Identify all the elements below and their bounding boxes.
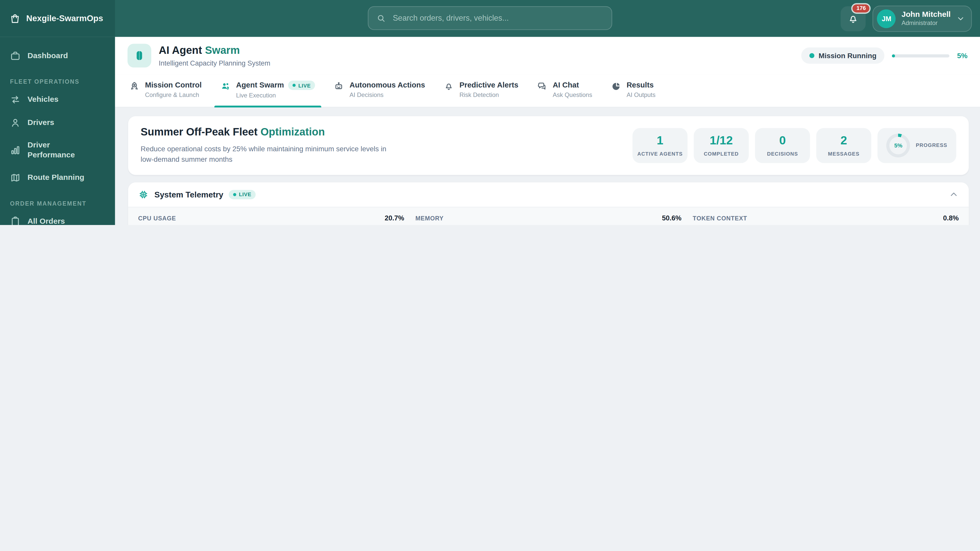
rocket-icon [129,81,139,91]
swap-arrows-icon [10,94,21,105]
topbar: Nexgile-SwarmOps 176 JM John Mitchell Ad… [0,0,980,37]
topbar-actions: 176 JM John Mitchell Administrator [841,5,980,32]
mission-description: Reduce operational costs by 25% while ma… [141,144,400,165]
user-info: John Mitchell Administrator [901,10,950,27]
tab-subtitle: AI Decisions [349,92,425,98]
stat-label: ACTIVE AGENTS [637,151,682,157]
meter-label: TOKEN CONTEXT [693,214,747,221]
mission-status-area: Mission Running 5% [801,48,967,64]
tab-title: Autonomous Actions [349,81,425,89]
meter-value: 0.8% [943,214,959,221]
meter-memory: MEMORY50.6% [415,214,681,225]
page-titles: AI Agent Swarm Intelligent Capacity Plan… [159,44,270,67]
sidebar-item-label: Vehicles [27,95,59,105]
tab-predictive-alerts[interactable]: Predictive AlertsRisk Detection [434,74,528,107]
tab-agent-swarm[interactable]: Agent SwarmLIVE Live Execution [211,74,325,107]
live-badge: LIVE [288,81,315,90]
stat-label: COMPLETED [704,151,739,157]
meter-label: MEMORY [415,214,444,221]
tab-subtitle: Ask Questions [553,92,592,98]
page-title: AI Agent Swarm [159,44,270,57]
stat-active-agents: 1 ACTIVE AGENTS [632,128,687,163]
collapse-button[interactable] [949,189,959,199]
stat-completed: 1/12 COMPLETED [694,128,749,163]
user-role: Administrator [901,19,950,27]
brand[interactable]: Nexgile-SwarmOps [0,0,115,37]
chip-icon [138,189,149,200]
sidebar: Dashboard FLEET OPERATIONS Vehicles Driv… [0,37,115,225]
sidebar-item-drivers[interactable]: Drivers [0,111,115,135]
mission-status-badge: Mission Running [801,48,885,64]
chat-bubbles-icon [537,81,547,91]
tab-title: Results [627,81,655,89]
mission-status-label: Mission Running [819,52,877,59]
telemetry-title: System Telemetry [154,189,223,199]
avatar: JM [877,9,896,28]
tab-title: AI Chat [553,81,592,89]
stat-value: 1/12 [710,134,733,147]
main-area: AI Agent Swarm Intelligent Capacity Plan… [115,37,980,225]
tab-subtitle: AI Outputs [627,92,655,98]
page-content: Summer Off-Peak Fleet Optimization Reduc… [115,107,980,225]
mission-progress-percent: 5% [957,52,967,59]
telemetry-header: System Telemetry LIVE [128,182,969,206]
stat-value: 0 [779,134,786,147]
notifications-button[interactable]: 176 [841,6,866,31]
stat-messages: 2 MESSAGES [816,128,871,163]
sidebar-item-label: All Orders [27,217,65,225]
pie-chart-icon [611,81,621,91]
chevron-down-icon [956,14,965,23]
sidebar-item-dashboard[interactable]: Dashboard [0,44,115,68]
tab-subtitle: Risk Detection [460,92,518,98]
bar-chart-icon [10,145,21,156]
status-dot-icon [809,53,815,58]
chevron-up-icon [949,189,959,199]
sidebar-item-label: Driver Performance [27,141,81,160]
sidebar-section-fleet-operations: FLEET OPERATIONS [10,78,105,85]
tab-bar: Mission ControlConfigure & Launch Agent … [115,74,980,107]
user-menu[interactable]: JM John Mitchell Administrator [873,5,972,32]
sidebar-item-route-planning[interactable]: Route Planning [0,166,115,189]
sidebar-section-order-management: ORDER MANAGEMENT [10,200,105,207]
tab-autonomous-actions[interactable]: Autonomous ActionsAI Decisions [325,74,434,107]
meter-cpu-usage: CPU USAGE20.7% [138,214,404,225]
sidebar-item-vehicles[interactable]: Vehicles [0,88,115,111]
bell-icon [848,13,859,24]
tab-subtitle: Configure & Launch [145,92,202,98]
sidebar-item-label: Route Planning [27,173,84,183]
progress-ring-value: 5% [890,137,907,154]
mission-progress-bar [892,54,950,57]
tab-results[interactable]: ResultsAI Outputs [601,74,665,107]
user-name: John Mitchell [901,10,950,19]
system-telemetry-card: System Telemetry LIVE CPU USAGE20.7% MEM… [128,182,969,225]
meter-value: 20.7% [385,214,404,221]
stat-value: 2 [840,134,847,147]
mission-progress-fill [892,54,895,57]
meter-value: 50.6% [662,214,681,221]
progress-ring: 5% [886,134,910,157]
search-bar [368,6,612,30]
mission-overview-card: Summer Off-Peak Fleet Optimization Reduc… [128,116,969,175]
user-icon [10,118,21,128]
tab-ai-chat[interactable]: AI ChatAsk Questions [528,74,601,107]
mission-title: Summer Off-Peak Fleet Optimization [141,125,400,139]
sidebar-item-driver-performance[interactable]: Driver Performance [0,135,115,166]
mission-text: Summer Off-Peak Fleet Optimization Reduc… [141,125,400,165]
brand-label: Nexgile-SwarmOps [26,14,103,23]
telemetry-meters: CPU USAGE20.7% MEMORY50.6% TOKEN CONTEXT… [138,214,959,225]
telemetry-body: CPU USAGE20.7% MEMORY50.6% TOKEN CONTEXT… [128,206,969,225]
search-icon [377,14,386,23]
search-input[interactable] [391,13,603,23]
app-root: Nexgile-SwarmOps 176 JM John Mitchell Ad… [0,0,980,225]
meter-label: CPU USAGE [138,214,176,221]
tab-title: Predictive Alerts [460,81,518,89]
notification-count-badge: 176 [851,3,871,14]
meter-token-context: TOKEN CONTEXT0.8% [693,214,959,225]
tab-title: Mission Control [145,81,202,89]
bell-icon [444,81,454,91]
stat-decisions: 0 DECISIONS [755,128,810,163]
agents-icon [221,81,231,91]
sidebar-item-all-orders[interactable]: All Orders [0,210,115,225]
tab-mission-control[interactable]: Mission ControlConfigure & Launch [120,74,211,107]
briefcase-icon [10,51,21,61]
